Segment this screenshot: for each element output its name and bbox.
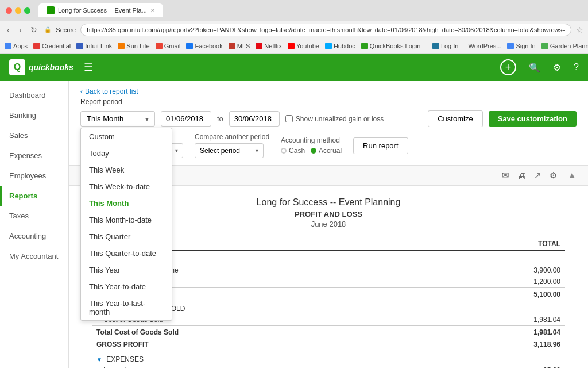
unrealized-label-text: Show unrealized gain or loss: [296, 115, 384, 123]
back-button[interactable]: ‹: [5, 24, 12, 36]
cogs-header-value: [438, 300, 565, 314]
cash-radio-label[interactable]: Cash: [281, 147, 305, 155]
sidebar-item-accounting[interactable]: Accounting: [0, 226, 68, 246]
bookmark-wordpress[interactable]: Log In — WordPres...: [432, 43, 502, 49]
run-report-button[interactable]: Run report: [353, 137, 408, 154]
print-icon[interactable]: 🖨: [517, 171, 526, 181]
total-cogs-row: Total Cost of Goods Sold 1,981.04: [92, 326, 565, 339]
period-option-this-week-to-date[interactable]: This Week-to-date: [81, 178, 172, 195]
browser-tab[interactable]: Long for Success -- Event Pla... ✕: [38, 3, 163, 17]
cogs-value: 1,981.04: [438, 314, 565, 326]
table-row: Interest expense 95.00: [92, 365, 565, 368]
bookmark-gmail-label: Gmail: [164, 43, 181, 49]
qb-logo-text: quickbooks: [29, 63, 74, 72]
sidebar-item-dashboard[interactable]: Dashboard: [0, 85, 68, 105]
expenses-arrow-icon[interactable]: ▼: [96, 356, 102, 363]
report-period-label: Report period: [80, 98, 577, 106]
bookmark-icon[interactable]: ☆: [576, 25, 583, 34]
bookmark-credential[interactable]: Credential: [33, 43, 71, 49]
hubdoc-favicon: [325, 43, 332, 49]
bookmark-intuit[interactable]: Intuit Link: [76, 43, 112, 49]
customize-button[interactable]: Customize: [428, 110, 482, 127]
bookmark-hubdoc[interactable]: Hubdoc: [325, 43, 355, 49]
forward-button[interactable]: ›: [17, 24, 24, 36]
bookmark-mls[interactable]: MLS: [229, 43, 250, 49]
garden-favicon: [541, 43, 548, 49]
period-option-this-month[interactable]: This Month: [81, 195, 172, 212]
bookmark-wordpress-label: Log In — WordPres...: [441, 43, 502, 49]
accrual-radio-text: Accrual: [319, 147, 342, 155]
expenses-header-cell: ▼ EXPENSES: [92, 351, 438, 365]
back-to-report-list-link[interactable]: ‹ Back to report list: [80, 87, 577, 95]
cash-radio-dot[interactable]: [281, 148, 287, 154]
address-input[interactable]: [80, 24, 571, 36]
help-icon[interactable]: ?: [574, 62, 579, 72]
settings-icon[interactable]: ⚙: [553, 62, 561, 73]
cash-radio-text: Cash: [289, 147, 305, 155]
sidebar-item-expenses[interactable]: Expenses: [0, 145, 68, 166]
bookmark-sunlife[interactable]: Sun Life: [118, 43, 149, 49]
period-option-this-year[interactable]: This Year: [81, 262, 172, 278]
bookmark-youtube-label: Youtube: [296, 43, 319, 49]
settings2-icon[interactable]: ⚙: [550, 170, 557, 181]
period-option-this-year-to-last-month[interactable]: This Year-to-last-month: [81, 295, 172, 320]
controls-row1: This Month Custom Today This Week This W…: [80, 110, 577, 127]
content-area: ‹ Back to report list Report period This…: [69, 80, 588, 368]
bookmark-gmail[interactable]: Gmail: [156, 43, 181, 49]
bookmark-facebook[interactable]: Facebook: [186, 43, 222, 49]
bookmark-apps[interactable]: Apps: [5, 43, 28, 49]
period-option-this-year-to-date[interactable]: This Year-to-date: [81, 278, 172, 295]
bookmark-qbo[interactable]: QuickBooks Login --: [361, 43, 427, 49]
search-icon[interactable]: 🔍: [529, 62, 540, 73]
refresh-button[interactable]: ↻: [28, 24, 40, 36]
maximize-window-btn[interactable]: [24, 7, 30, 14]
unrealized-checkbox[interactable]: [285, 115, 293, 122]
period-option-today[interactable]: Today: [81, 145, 172, 162]
export-icon[interactable]: ↗: [534, 170, 541, 181]
accrual-radio-label[interactable]: Accrual: [311, 147, 342, 155]
gross-profit-value: 3,118.96: [438, 338, 565, 351]
unrealized-checkbox-label[interactable]: Show unrealized gain or loss: [285, 115, 384, 123]
period-option-this-quarter[interactable]: This Quarter: [81, 228, 172, 245]
minimize-window-btn[interactable]: [15, 7, 21, 14]
accounting-method-radio-group: Cash Accrual: [281, 147, 342, 155]
close-window-btn[interactable]: [6, 7, 12, 14]
period-option-this-week[interactable]: This Week: [81, 162, 172, 178]
bookmark-garden-label: Garden Planner: [550, 43, 588, 49]
period-option-this-month-to-date[interactable]: This Month-to-date: [81, 212, 172, 228]
bookmark-credential-label: Credential: [42, 43, 71, 49]
save-customization-button[interactable]: Save customization: [489, 111, 577, 126]
back-chevron-icon: ‹: [80, 87, 83, 95]
compare-section: Compare another period Select period: [195, 133, 269, 158]
sidebar-item-employees[interactable]: Employees: [0, 166, 68, 186]
bookmark-mls-label: MLS: [237, 43, 250, 49]
sidebar-item-banking[interactable]: Banking: [0, 105, 68, 125]
period-select-button[interactable]: This Month: [80, 111, 155, 126]
bookmark-signin[interactable]: Sign In: [507, 43, 535, 49]
sidebar-item-taxes[interactable]: Taxes: [0, 206, 68, 226]
period-option-custom[interactable]: Custom: [81, 128, 172, 145]
tab-close-icon[interactable]: ✕: [150, 7, 155, 14]
sidebar-item-sales[interactable]: Sales: [0, 125, 68, 145]
email-icon[interactable]: ✉: [502, 170, 509, 181]
compare-select[interactable]: Select period: [195, 143, 264, 158]
accrual-radio-dot[interactable]: [311, 148, 316, 154]
gross-profit-row: GROSS PROFIT 3,118.96: [92, 338, 565, 351]
bookmark-netflix[interactable]: Netflix: [256, 43, 282, 49]
total-income-value: 5,100.00: [438, 288, 565, 301]
bookmark-netflix-label: Netflix: [264, 43, 282, 49]
hamburger-menu-icon[interactable]: ☰: [84, 61, 93, 74]
add-button[interactable]: +: [500, 59, 516, 75]
bookmarks-bar: Apps Credential Intuit Link Sun Life Gma…: [0, 38, 588, 54]
bookmark-youtube[interactable]: Youtube: [288, 43, 319, 49]
collapse-up-icon[interactable]: ▲: [567, 170, 577, 181]
sidebar-item-reports[interactable]: Reports: [0, 186, 68, 206]
gmail-favicon: [156, 43, 163, 49]
bookmark-garden[interactable]: Garden Planner: [541, 43, 588, 49]
total-cogs-label: Total Cost of Goods Sold: [92, 326, 438, 339]
income-header-value: [438, 251, 565, 265]
sidebar-item-myaccountant[interactable]: My Accountant: [0, 246, 68, 266]
date-to-input[interactable]: [229, 111, 280, 126]
date-from-input[interactable]: [161, 111, 211, 126]
period-option-this-quarter-to-date[interactable]: This Quarter-to-date: [81, 245, 172, 262]
